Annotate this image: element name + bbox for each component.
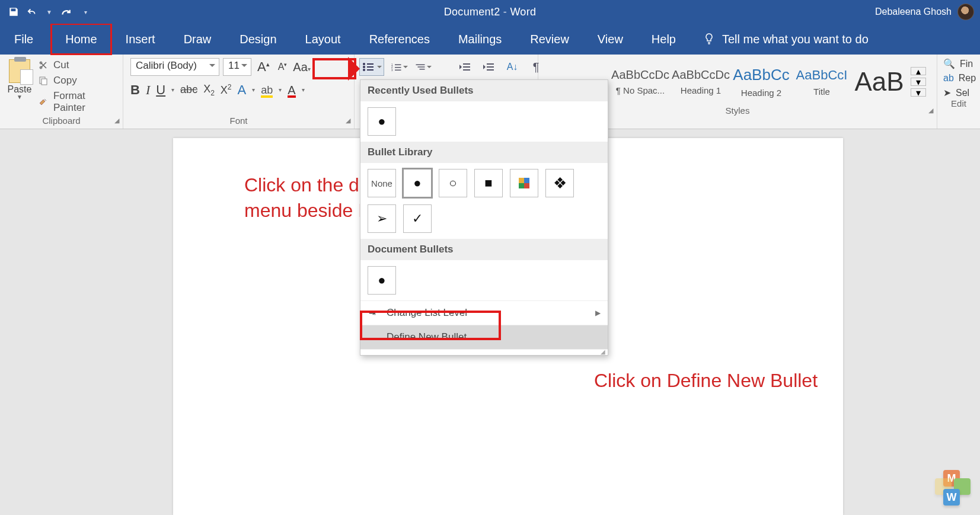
annotation-text-2: Click on Define New Bullet [594,368,818,394]
bullet-doc-disc[interactable]: ● [368,266,396,295]
search-icon: 🔍 [943,58,955,69]
dropdown-resize-grip[interactable]: ◢ [360,349,608,355]
dd-section-library: Bullet Library [360,142,608,163]
grow-font-button[interactable]: A▴ [255,59,272,75]
replace-button[interactable]: abRep [943,73,978,84]
replace-icon: ab [943,73,954,84]
svg-rect-3 [42,79,47,85]
dd-section-document: Document Bullets [360,239,608,260]
watermark-logo: MW [935,470,971,506]
subscript-button[interactable]: X2 [203,83,215,97]
tab-review[interactable]: Review [516,24,583,55]
annotation-define-highlight [360,311,501,340]
copy-icon [38,76,49,85]
tell-me-search[interactable]: Tell me what you want to do [703,33,869,46]
redo-button[interactable] [60,7,71,17]
find-button[interactable]: 🔍Fin [943,58,978,69]
save-icon[interactable] [8,7,19,17]
qat-customize-caret[interactable]: ▾ [84,9,87,15]
increase-indent-button[interactable] [480,59,497,75]
tab-layout[interactable]: Layout [291,24,355,55]
font-name-combo[interactable]: Calibri (Body) [130,58,219,76]
paintbrush-icon [38,97,49,107]
tab-help[interactable]: Help [637,24,690,55]
change-case-button[interactable]: Aa▾ [293,60,310,74]
shrink-font-button[interactable]: A▾ [276,62,290,72]
bullet-fourcolor[interactable] [510,169,538,197]
tab-references[interactable]: References [355,24,444,55]
style-heading-2[interactable]: AaBbCc Heading 2 [733,58,790,105]
tab-insert[interactable]: Insert [111,24,170,55]
tab-home[interactable]: Home [51,24,111,55]
highlight-button[interactable]: ab [261,82,273,98]
tab-mailings[interactable]: Mailings [444,24,516,55]
tab-file[interactable]: File [6,24,51,55]
multilevel-list-button[interactable] [415,59,432,75]
decrease-indent-button[interactable] [457,59,473,75]
title-bar: ▼ ▾ Document2 - Word Debaleena Ghosh [0,0,980,24]
superscript-button[interactable]: X2 [221,83,232,97]
lightbulb-icon [703,33,715,45]
bullet-arrowhead[interactable]: ➢ [368,204,396,233]
bullet-disc[interactable]: ● [403,169,432,197]
format-painter-button[interactable]: Format Painter [38,90,117,114]
undo-more-caret[interactable]: ▼ [46,9,52,15]
font-color-button[interactable]: A [288,82,295,98]
bullet-square[interactable]: ■ [474,169,503,197]
ribbon-tabs: File Home Insert Draw Design Layout Refe… [0,24,980,55]
bullets-dropdown-caret[interactable] [377,66,382,71]
clipboard-icon [9,59,30,83]
style-no-spacing[interactable]: AaBbCcDc ¶ No Spac... [612,58,669,105]
styles-gallery-scroll[interactable]: ▴▾▾ [911,67,926,97]
paste-button[interactable]: Paste ▼ [5,58,34,100]
annotation-arrow [312,58,356,79]
bullet-none[interactable]: None [368,169,396,197]
group-label-editing: Edit [951,98,966,108]
dd-section-recent: Recently Used Bullets [360,80,608,101]
select-button[interactable]: ➤Sel [943,87,978,98]
cut-button[interactable]: Cut [38,59,117,71]
numbering-button[interactable]: 123 [391,59,408,75]
group-label-clipboard: Clipboard [42,116,80,126]
bullet-checkmark[interactable]: ✓ [403,204,432,233]
group-label-font: Font [229,116,247,126]
styles-dialog-launcher[interactable]: ◢ [928,107,933,114]
copy-button[interactable]: Copy [38,75,117,87]
chevron-right-icon: ▶ [595,309,601,317]
tab-view[interactable]: View [583,24,637,55]
window-title: Document2 - Word [444,6,537,18]
underline-button[interactable]: U [156,82,165,98]
bold-button[interactable]: B [130,82,140,98]
bullet-recent-disc[interactable]: ● [368,107,396,136]
style-heading-1[interactable]: AaBbCcDc Heading 1 [672,58,729,105]
user-name[interactable]: Debaleena Ghosh [875,7,952,17]
text-effects-button[interactable]: A [238,82,247,98]
clipboard-dialog-launcher[interactable]: ◢ [114,117,119,124]
cursor-icon: ➤ [943,87,951,98]
scissors-icon [38,60,49,70]
italic-button[interactable]: I [146,82,150,98]
sort-button[interactable]: A↓ [504,59,521,75]
tab-design[interactable]: Design [225,24,291,55]
strikethrough-button[interactable]: abc [180,84,197,96]
font-size-combo[interactable]: 11 [223,58,251,76]
tab-draw[interactable]: Draw [170,24,226,55]
style-title[interactable]: AaBbCcI Title [793,58,850,105]
style-more-preview[interactable]: AaB [854,58,905,105]
bullet-circle[interactable]: ○ [439,169,467,197]
bullet-diamond-cluster[interactable]: ❖ [545,169,574,197]
svg-text:3: 3 [391,69,393,72]
group-label-styles: Styles [726,105,750,116]
undo-button[interactable] [27,7,38,17]
avatar[interactable] [957,4,974,20]
font-dialog-launcher[interactable]: ◢ [346,117,350,124]
